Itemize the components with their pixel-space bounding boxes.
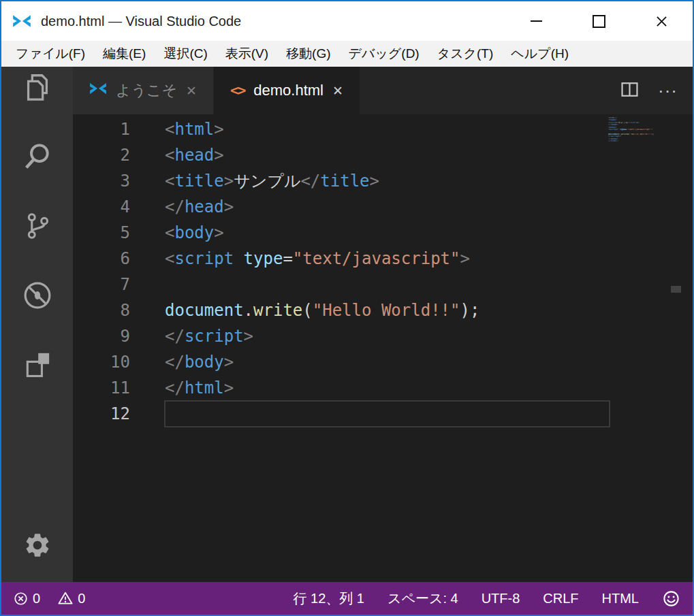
code-content[interactable]: </html> [165,375,610,401]
error-icon [14,591,28,606]
debug-disabled-icon[interactable] [21,279,54,312]
menu-help[interactable]: ヘルプ(H) [502,41,578,67]
tab-label: ようこそ [116,80,177,101]
code-line[interactable]: 6<script type="text/javascript"> [73,246,693,272]
tab-label: demo.html [253,82,324,99]
statusbar-right: 行 12、列 1 スペース: 4 UTF-8 CRLF HTML [294,589,681,608]
scrollbar-marker[interactable] [671,286,681,293]
code-line[interactable]: 10</body> [73,349,693,375]
line-number[interactable]: 12 [73,401,130,427]
minimap-content: <html><head><title>サンプル</title></head><b… [608,117,657,145]
tab-demo-html[interactable]: <> demo.html ✕ [214,67,360,114]
editor-group: ようこそ ✕ <> demo.html ✕ ··· [73,67,693,582]
warning-icon [58,591,73,606]
code-content[interactable]: </body> [165,349,610,375]
code-line[interactable]: 3<title>サンプル</title> [73,168,693,194]
maximize-icon [593,15,605,28]
maximize-button[interactable] [567,1,630,41]
code-content[interactable] [165,401,610,427]
menu-go[interactable]: 移動(G) [277,41,339,67]
status-bar: 0 0 行 12、列 1 スペース: 4 UTF-8 CRLF HTML [1,582,693,615]
menubar: ファイル(F) 編集(E) 選択(C) 表示(V) 移動(G) デバッグ(D) … [1,41,693,67]
editor-actions: ··· [620,67,693,114]
titlebar[interactable]: demo.html — Visual Studio Code [1,1,693,41]
line-number[interactable]: 8 [73,297,130,323]
code-line[interactable]: 11</html> [73,375,693,401]
cursor-position-status[interactable]: 行 12、列 1 [294,589,364,608]
encoding-status[interactable]: UTF-8 [482,591,520,606]
code-editor[interactable]: 1<html>2<head>3<title>サンプル</title>4</hea… [73,114,693,582]
explorer-icon[interactable] [21,71,54,103]
code-content[interactable]: </script> [165,323,610,349]
close-button[interactable] [630,1,693,41]
search-icon[interactable] [21,140,54,173]
code-line[interactable]: 2<head> [73,142,693,168]
feedback-smiley-icon[interactable] [662,589,680,608]
code-line[interactable]: 7 [73,272,693,297]
menu-debug[interactable]: デバッグ(D) [340,41,428,67]
indentation-status[interactable]: スペース: 4 [388,589,458,608]
code-line[interactable]: 8document.write("Hello World!!"); [73,297,693,323]
code-content[interactable]: <head> [165,142,610,168]
editor-lines: 1<html>2<head>3<title>サンプル</title>4</hea… [73,116,693,427]
line-number[interactable]: 3 [73,168,130,194]
code-line[interactable]: 5<body> [73,220,693,246]
source-control-icon[interactable] [21,210,54,242]
close-icon [654,14,669,29]
titlebar-vscode-logo-icon [12,12,31,31]
minimize-button[interactable] [505,1,567,41]
line-number[interactable]: 9 [73,323,130,349]
code-line[interactable]: 9</script> [73,323,693,349]
language-mode-status[interactable]: HTML [602,591,639,606]
line-number[interactable]: 2 [73,142,130,168]
code-content[interactable]: document.write("Hello World!!"); [165,297,610,323]
activity-bar [1,67,73,582]
code-line[interactable]: 12 [73,401,693,427]
more-actions-icon[interactable]: ··· [658,84,678,97]
close-tab-icon[interactable]: ✕ [332,83,343,99]
line-number[interactable]: 11 [73,375,130,401]
code-content[interactable]: <body> [165,220,610,246]
tab-welcome[interactable]: ようこそ ✕ [73,67,214,114]
tab-vscode-logo-icon [89,80,107,101]
split-editor-icon[interactable] [620,80,639,101]
warning-count: 0 [78,591,85,606]
menu-selection[interactable]: 選択(C) [155,41,216,67]
code-content[interactable]: <script type="text/javascript"> [165,246,610,272]
code-line[interactable]: 1<html> [73,116,693,142]
line-number[interactable]: 4 [73,194,130,220]
line-number[interactable]: 5 [73,220,130,246]
code-content[interactable]: <html> [165,116,610,142]
line-number[interactable]: 10 [73,349,130,375]
problems-status[interactable]: 0 0 [14,591,85,606]
vscode-window: demo.html — Visual Studio Code ファイル(F) 編… [0,0,694,616]
menu-file[interactable]: ファイル(F) [7,41,94,67]
settings-gear-icon[interactable] [21,529,54,562]
code-content[interactable]: </head> [165,194,610,220]
menu-tasks[interactable]: タスク(T) [428,41,503,67]
minimize-icon [531,20,542,22]
extensions-icon[interactable] [21,348,54,381]
menu-view[interactable]: 表示(V) [217,41,277,67]
code-content[interactable]: <title>サンプル</title> [165,168,610,194]
tab-bar: ようこそ ✕ <> demo.html ✕ ··· [73,67,693,114]
line-number[interactable]: 6 [73,246,130,272]
window-title: demo.html — Visual Studio Code [41,14,241,29]
line-number[interactable]: 7 [73,272,130,297]
line-number[interactable]: 1 [73,116,130,142]
close-tab-icon[interactable]: ✕ [186,83,197,99]
error-count: 0 [33,591,40,606]
minimap[interactable]: <html><head><title>サンプル</title></head><b… [608,117,657,145]
html-file-icon: <> [230,82,245,99]
menu-edit[interactable]: 編集(E) [94,41,155,67]
code-line[interactable]: 4</head> [73,194,693,220]
eol-status[interactable]: CRLF [543,591,578,606]
code-content[interactable] [165,272,610,297]
window-controls [505,1,693,41]
main-area: ようこそ ✕ <> demo.html ✕ ··· [1,67,693,582]
